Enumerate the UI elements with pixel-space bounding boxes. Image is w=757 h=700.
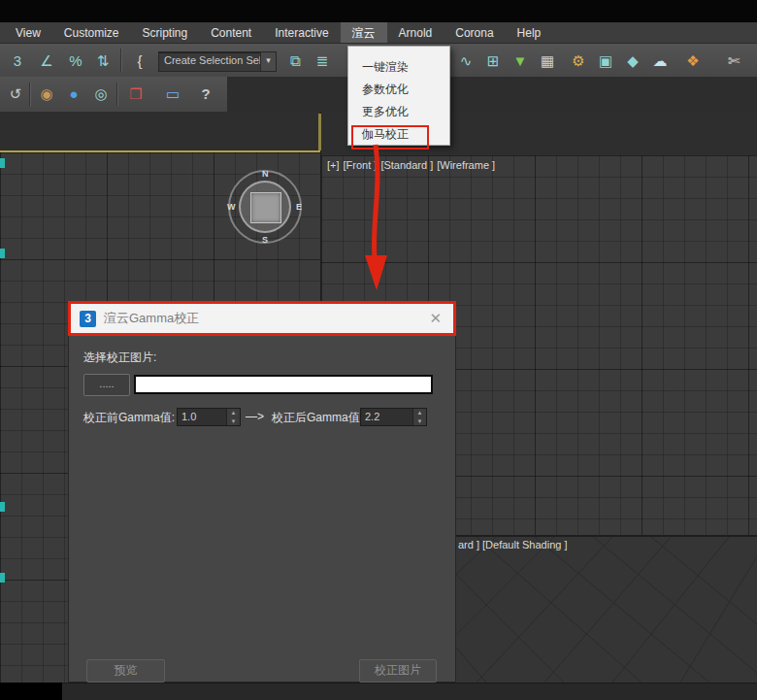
mirror-icon[interactable]: ⧉ (283, 50, 307, 73)
spinner-arrows[interactable]: ▲ ▼ (412, 409, 426, 425)
viewport-marker (0, 502, 5, 512)
named-selection-sets-icon[interactable]: { (128, 50, 151, 73)
monitor-icon[interactable]: ▭ (161, 83, 184, 106)
undo-view-icon[interactable]: ↺ (4, 83, 27, 106)
toolbar-empty-area (227, 77, 757, 112)
menu-help[interactable]: Help (506, 22, 553, 43)
status-bar-left (0, 683, 62, 700)
gamma-dialog-titlebar[interactable]: 3 渲云Gamma校正 ✕ (68, 301, 456, 336)
app-logo-icon: 3 (80, 311, 96, 327)
menu-content[interactable]: Content (199, 22, 263, 43)
viewport-layout-icon[interactable]: ❖ (681, 50, 705, 73)
spreadsheet-icon[interactable]: ▦ (536, 50, 559, 73)
globe-icon[interactable]: ◉ (35, 83, 58, 106)
help-icon[interactable]: ? (194, 83, 217, 106)
selection-set-value: Create Selection Sel (159, 52, 260, 71)
image-path-input[interactable] (134, 375, 433, 394)
menu-item-one-click-render[interactable]: 一键渲染 (348, 56, 449, 79)
menu-corona[interactable]: Corona (444, 22, 505, 43)
viewport-marker (0, 573, 5, 583)
render-cloud-menu: 一键渲染 参数优化 更多优化 伽马校正 (347, 46, 450, 146)
curve-editor-icon[interactable]: ∿ (454, 50, 477, 73)
compass-south[interactable]: S (262, 235, 268, 245)
gamma-after-spinner[interactable]: 2.2 ▲ ▼ (360, 408, 427, 426)
browse-button[interactable]: ..... (83, 374, 130, 396)
viewport-label-perspective-text: ard ] [Default Shading ] (458, 539, 568, 550)
gamma-after-label: 校正后Gamma值: (272, 410, 363, 426)
toolbar-separator (29, 83, 31, 106)
spinner-up-icon[interactable]: ▲ (413, 409, 426, 417)
viewport-menu-plus[interactable]: [+] (327, 159, 340, 171)
gamma-dialog: 3 渲云Gamma校正 ✕ 选择校正图片: ..... 校正前Gamma值: 1… (68, 301, 456, 683)
gamma-before-spinner[interactable]: 1.0 ▲ ▼ (177, 408, 241, 426)
compass-north[interactable]: N (262, 169, 269, 179)
spinner-down-icon[interactable]: ▼ (413, 417, 426, 426)
preview-button[interactable]: 预览 (86, 659, 165, 683)
viewcube-face[interactable] (250, 192, 281, 223)
toolbar-separator (116, 83, 118, 106)
viewport-label-perspective[interactable]: ard ] [Default Shading ] (458, 539, 572, 550)
active-viewport-border-side (318, 114, 321, 150)
percent-snap-icon[interactable]: % (64, 50, 87, 73)
secondary-toolbar: ↺ ◉ ● ◎ ❒ ▭ ? (0, 77, 228, 112)
menu-customize[interactable]: Customize (52, 22, 131, 43)
viewport-marker (0, 249, 5, 258)
spinner-up-icon[interactable]: ▲ (227, 409, 240, 417)
menu-arnold[interactable]: Arnold (387, 22, 444, 43)
snippet-icon[interactable]: ✄ (722, 50, 745, 73)
material-sphere-icon[interactable]: ● (62, 83, 85, 106)
correct-image-button[interactable]: 校正图片 (359, 659, 437, 683)
3dsmax-window: View Customize Scripting Content Interac… (0, 0, 757, 700)
dialog-title: 渲云Gamma校正 (104, 310, 199, 327)
status-bar (0, 683, 757, 700)
compass-east[interactable]: E (296, 202, 302, 212)
import-icon[interactable]: ▼ (509, 50, 532, 73)
title-strip (0, 0, 757, 22)
gamma-dialog-body: 选择校正图片: ..... 校正前Gamma值: 1.0 ▲ ▼ —> 校正后G… (68, 336, 456, 683)
viewport-menu-renderer[interactable]: [Standard ] (380, 159, 433, 171)
spinner-down-icon[interactable]: ▼ (227, 417, 240, 426)
render-setup-icon[interactable]: ⚙ (567, 50, 590, 73)
menu-item-more-optimize[interactable]: 更多优化 (348, 101, 449, 123)
render-production-icon[interactable]: ◆ (621, 50, 644, 73)
spinner-arrows[interactable]: ▲ ▼ (226, 409, 240, 425)
schematic-view-icon[interactable]: ⊞ (481, 50, 505, 73)
align-icon[interactable]: ≣ (311, 50, 334, 73)
manipulate-icon[interactable]: ◎ (89, 83, 113, 106)
select-image-label: 选择校正图片: (83, 350, 156, 366)
viewport-label-front: [+][Front ][Standard ][Wireframe ] (327, 159, 499, 171)
toolbar-separator (120, 49, 122, 72)
layers-icon[interactable]: ❒ (124, 83, 148, 106)
viewport-marker (0, 158, 5, 168)
viewcube-compass[interactable]: N W E S (226, 168, 304, 246)
viewport-menu-view[interactable]: [Front ] (344, 159, 378, 171)
viewport-menu-shading[interactable]: [Wireframe ] (437, 159, 495, 171)
chevron-down-icon[interactable]: ▾ (260, 52, 276, 71)
cloud-render-icon[interactable]: ☁ (648, 50, 672, 73)
rendered-frame-window-icon[interactable]: ▣ (594, 50, 617, 73)
arrow-label: —> (246, 410, 264, 423)
menubar: View Customize Scripting Content Interac… (0, 22, 757, 44)
snaps-toggle-icon[interactable]: 3 (6, 50, 29, 73)
menu-render-cloud[interactable]: 渲云 (341, 22, 387, 43)
close-icon[interactable]: ✕ (426, 310, 444, 327)
menu-interactive[interactable]: Interactive (263, 22, 340, 43)
compass-west[interactable]: W (227, 202, 236, 212)
menu-scripting[interactable]: Scripting (130, 22, 199, 43)
menu-item-gamma-correction[interactable]: 伽马校正 (348, 123, 449, 146)
angle-snap-icon[interactable]: ∠ (35, 50, 58, 73)
active-viewport-border (0, 150, 320, 152)
gamma-before-value[interactable]: 1.0 (178, 409, 226, 425)
menu-item-parameter-optimize[interactable]: 参数优化 (348, 79, 449, 101)
gamma-before-label: 校正前Gamma值: (83, 410, 175, 426)
spinner-snap-icon[interactable]: ⇅ (91, 50, 115, 73)
menu-view[interactable]: View (4, 22, 52, 43)
selection-set-combo[interactable]: Create Selection Sel ▾ (158, 51, 277, 72)
gamma-after-value[interactable]: 2.2 (361, 409, 412, 425)
